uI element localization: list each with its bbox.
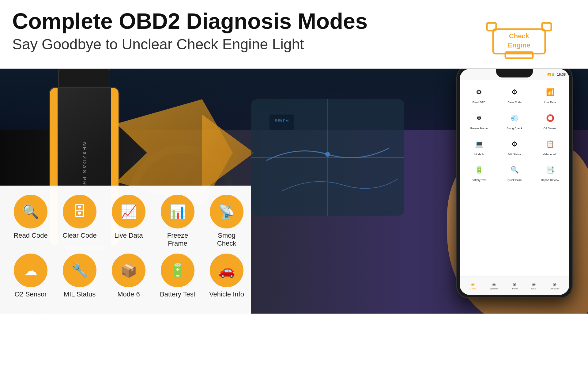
phone-device: 📶🔋 16:38 ⚙ Read DTC ⚙ Clear Code 📶 Live … — [456, 69, 573, 298]
live-data-icon: 📈 — [112, 195, 145, 228]
clear-code-icon: 🗄 — [63, 195, 96, 228]
nav-icon: ◉ — [513, 282, 516, 287]
smog-check-label: Smog Check — [208, 232, 245, 247]
app-icon: ❄ — [472, 111, 486, 126]
icon-item-battery-test: 🔋 Battery Test — [159, 254, 196, 298]
app-icon: 💻 — [472, 137, 486, 152]
app-label: Battery Test — [472, 179, 486, 182]
phone-app-battery-test[interactable]: 🔋 Battery Test — [462, 160, 496, 184]
freeze-frame-icon: 📊 — [161, 195, 194, 228]
svg-marker-7 — [202, 115, 254, 191]
app-label: Read DTC — [473, 101, 486, 104]
battery-test-label: Battery Test — [160, 290, 195, 298]
icon-item-live-data: 📈 Live Data — [110, 195, 147, 239]
nav-label: Discover — [550, 287, 560, 290]
header-text: Complete OBD2 Diagnosis Modes Say Goodby… — [12, 9, 484, 53]
read-code-icon: 🔍 — [14, 195, 47, 228]
page-title: Complete OBD2 Diagnosis Modes — [12, 9, 484, 33]
svg-text:Check: Check — [509, 32, 530, 40]
phone-nav-discover[interactable]: ◉ Discover — [550, 282, 560, 290]
icon-item-mil-status: 🔧 MIL Status — [61, 254, 98, 298]
phone-app-grid: ⚙ Read DTC ⚙ Clear Code 📶 Live Data ❄ Fr… — [460, 80, 569, 187]
nav-label: OBD6 — [469, 287, 476, 290]
o2-sensor-label: O2 Sensor — [14, 290, 47, 298]
phone-nav-obd6[interactable]: ◉ OBD6 — [469, 282, 476, 290]
dashboard-screen: 5:59 PM — [251, 99, 404, 216]
bottom-section: 🔍 Read Code 🗄 Clear Code 📈 Live Data 📊 F… — [0, 186, 251, 314]
app-label: MIL Status — [508, 153, 521, 156]
icon-item-o2-sensor: ☁ O2 Sensor — [12, 254, 49, 298]
nav-label: DAS — [531, 287, 536, 290]
page-subtitle: Say Goodbye to Unclear Check Engine Ligh… — [12, 36, 484, 53]
app-label: Clear Code — [507, 101, 522, 104]
app-icon: ⚙ — [472, 85, 486, 100]
svg-point-11 — [325, 152, 330, 157]
dashboard-map: 5:59 PM — [251, 99, 404, 216]
app-icon: 💨 — [507, 111, 522, 126]
live-data-label: Live Data — [115, 232, 143, 239]
battery-test-icon: 🔋 — [161, 254, 194, 287]
nav-icon: ◉ — [492, 282, 496, 287]
check-engine-badge: Check Engine — [484, 18, 557, 62]
phone-app-smog-check[interactable]: 💨 Smog Check — [498, 108, 531, 133]
read-code-label: Read Code — [13, 232, 47, 239]
app-icon: 📶 — [543, 85, 557, 100]
app-icon: ⚙ — [507, 137, 522, 152]
vehicle-info-label: Vehicle Info — [209, 290, 244, 298]
header-section: Complete OBD2 Diagnosis Modes Say Goodby… — [0, 0, 588, 69]
obd-brand-text: NEXZDAS PRO — [81, 142, 87, 191]
icon-item-smog-check: 📡 Smog Check — [208, 195, 245, 247]
phone-time: 16:38 — [557, 73, 566, 76]
phone-app-clear-code[interactable]: ⚙ Clear Code — [498, 82, 531, 107]
phone-app-report-review[interactable]: 📑 Report Review — [533, 160, 567, 184]
smog-check-icon: 📡 — [210, 195, 243, 228]
phone-app-read-dtc[interactable]: ⚙ Read DTC — [462, 82, 496, 107]
nav-icon: ◉ — [471, 282, 475, 287]
phone-nav-das[interactable]: ◉ DAS — [531, 282, 536, 290]
nav-icon: ◉ — [532, 282, 536, 287]
freeze-frame-label: Freeze Frame — [159, 232, 196, 247]
main-visual: NEXZDAS PRO — [0, 69, 588, 314]
mode-6-icon: 📦 — [112, 254, 145, 287]
phone-app-mil-status[interactable]: ⚙ MIL Status — [498, 134, 531, 159]
icon-item-vehicle-info: 🚗 Vehicle Info — [208, 254, 245, 298]
mil-status-label: MIL Status — [64, 290, 96, 298]
app-label: Freeze Frame — [470, 127, 488, 130]
icon-item-clear-code: 🗄 Clear Code — [61, 195, 98, 239]
phone-notch — [496, 69, 533, 77]
phone-wrapper: 📶🔋 16:38 ⚙ Read DTC ⚙ Clear Code 📶 Live … — [410, 69, 588, 314]
phone-app-vehicle-info[interactable]: 📋 Vehicle Info — [533, 134, 567, 159]
icons-row-2: ☁ O2 Sensor 🔧 MIL Status 📦 Mode 6 🔋 Batt… — [12, 254, 239, 298]
app-icon: 🔋 — [472, 163, 486, 177]
phone-bottom-nav: ◉ OBD6 ◉ Special ◉ Immo ◉ DAS ◉ Discover — [460, 277, 569, 295]
phone-nav-immo[interactable]: ◉ Immo — [511, 282, 518, 290]
app-label: Quick Scan — [507, 179, 522, 182]
phone-app-live-data[interactable]: 📶 Live Data — [533, 82, 567, 107]
app-icon: 📋 — [543, 137, 557, 152]
nav-label: Special — [490, 287, 498, 290]
phone-app-o2-sensor[interactable]: ⭕ O2 Sensor — [533, 108, 567, 133]
icons-row-1: 🔍 Read Code 🗄 Clear Code 📈 Live Data 📊 F… — [12, 195, 239, 247]
mode-6-label: Mode 6 — [117, 290, 140, 298]
app-label: Live Data — [544, 101, 556, 104]
icon-item-read-code: 🔍 Read Code — [12, 195, 49, 239]
app-icon: 🔍 — [507, 163, 522, 177]
app-label: Report Review — [541, 179, 559, 182]
app-label: Mode 6 — [474, 153, 484, 156]
app-icon: ⭕ — [543, 111, 557, 126]
engine-icon: Check Engine — [484, 18, 557, 61]
nav-label: Immo — [511, 287, 518, 290]
vehicle-info-icon: 🚗 — [210, 254, 243, 287]
app-label: Vehicle Info — [543, 153, 557, 156]
icon-item-mode-6: 📦 Mode 6 — [110, 254, 147, 298]
phone-app-quick-scan[interactable]: 🔍 Quick Scan — [498, 160, 531, 184]
phone-app-mode-6[interactable]: 💻 Mode 6 — [462, 134, 496, 159]
phone-status-icons: 📶🔋 — [547, 73, 555, 76]
clear-code-label: Clear Code — [62, 232, 96, 239]
nav-icon: ◉ — [553, 282, 556, 287]
phone-screen: 📶🔋 16:38 ⚙ Read DTC ⚙ Clear Code 📶 Live … — [460, 69, 569, 295]
app-icon: ⚙ — [507, 85, 522, 100]
phone-app-freeze-frame[interactable]: ❄ Freeze Frame — [462, 108, 496, 133]
phone-nav-special[interactable]: ◉ Special — [490, 282, 498, 290]
svg-text:Engine: Engine — [508, 41, 530, 49]
